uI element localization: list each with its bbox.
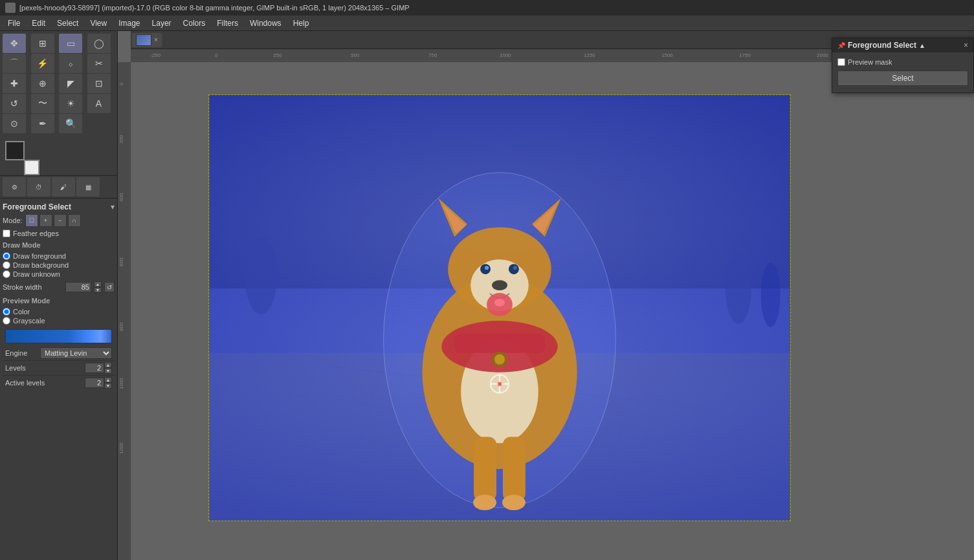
engine-select[interactable]: Matting Levin Matting Global: [40, 347, 112, 359]
svg-text:1750: 1750: [739, 52, 751, 58]
svg-text:600: 600: [118, 257, 124, 266]
svg-image: [209, 95, 790, 521]
panel-expand-icon[interactable]: ▾: [111, 202, 115, 211]
mode-replace[interactable]: ☐: [25, 214, 38, 227]
menu-file[interactable]: File: [3, 17, 25, 29]
tool-rect-select[interactable]: ▭: [59, 34, 82, 53]
menubar: File Edit Select View Image Layer Colors…: [0, 16, 974, 31]
svg-text:200: 200: [118, 135, 124, 144]
tool-patterns-icon[interactable]: ▦: [76, 177, 100, 197]
draw-unknown-radio[interactable]: [3, 270, 10, 278]
stroke-width-down[interactable]: ▼: [94, 287, 102, 293]
menu-edit[interactable]: Edit: [27, 17, 50, 29]
tool-heal[interactable]: ✚: [3, 74, 26, 93]
active-levels-up[interactable]: ▲: [104, 377, 112, 383]
menu-view[interactable]: View: [85, 17, 112, 29]
tool-text[interactable]: A: [87, 94, 111, 113]
tool-clone[interactable]: ⊕: [31, 74, 54, 93]
svg-text:800: 800: [118, 322, 124, 331]
tool-crop[interactable]: ⊡: [87, 74, 111, 93]
tool-perspective[interactable]: ◤: [59, 74, 82, 93]
fg-select-button[interactable]: Select: [837, 70, 968, 86]
preview-grayscale-label: Grayscale: [13, 317, 45, 325]
stroke-width-reset[interactable]: ↺: [104, 282, 115, 292]
preview-mask-checkbox[interactable]: [837, 58, 845, 66]
svg-text:750: 750: [428, 52, 437, 58]
foreground-color[interactable]: [5, 141, 25, 160]
draw-foreground-label: Draw foreground: [13, 252, 66, 260]
mode-intersect[interactable]: ∩: [68, 214, 81, 227]
preview-mode-group: Color Grayscale: [3, 306, 115, 327]
levels-spinners: ▲ ▼: [104, 362, 112, 374]
menu-filters[interactable]: Filters: [212, 17, 243, 29]
stroke-width-input[interactable]: [65, 282, 91, 292]
svg-text:2000: 2000: [817, 52, 828, 58]
svg-text:1250: 1250: [584, 52, 595, 58]
tool-dodge[interactable]: ☀: [59, 94, 82, 113]
menu-image[interactable]: Image: [113, 17, 145, 29]
tool-history-icon[interactable]: ⏱: [27, 177, 50, 197]
background-color[interactable]: [24, 160, 39, 175]
fg-dialog-pin-icon: 📌: [837, 42, 845, 49]
tool-smudge[interactable]: 〜: [31, 94, 54, 113]
menu-help[interactable]: Help: [288, 17, 315, 29]
preview-grayscale-radio[interactable]: [3, 317, 10, 325]
levels-up[interactable]: ▲: [104, 362, 112, 368]
tool-align[interactable]: ⊞: [31, 34, 54, 53]
svg-text:1500: 1500: [661, 52, 673, 58]
levels-row: Levels ▲ ▼: [3, 360, 115, 375]
active-levels-down[interactable]: ▼: [104, 383, 112, 389]
preview-color-radio[interactable]: [3, 308, 10, 316]
draw-foreground-radio[interactable]: [3, 252, 10, 260]
tool-eyedropper[interactable]: ✒: [31, 114, 54, 133]
menu-windows[interactable]: Windows: [245, 17, 287, 29]
menu-colors[interactable]: Colors: [178, 17, 211, 29]
stroke-width-up[interactable]: ▲: [94, 281, 102, 287]
svg-point-22: [245, 237, 277, 314]
levels-down[interactable]: ▼: [104, 368, 112, 374]
fg-dialog-title: 📌 Foreground Select ▲: [837, 41, 925, 50]
tool-brushes-icon[interactable]: 🖌: [52, 177, 75, 197]
active-levels-spinners: ▲ ▼: [104, 377, 112, 389]
tab-close-button[interactable]: ×: [154, 36, 158, 43]
image-canvas[interactable]: [131, 62, 974, 560]
tool-rotate[interactable]: ↺: [3, 94, 26, 113]
fg-select-title: Foreground Select: [3, 202, 71, 211]
mode-row: Mode: ☐ + − ∩: [3, 213, 115, 228]
tool-magnify[interactable]: 🔍: [59, 114, 82, 133]
image-tab[interactable]: ×: [132, 33, 162, 47]
draw-unknown-label: Draw unknown: [13, 270, 60, 278]
fg-dialog-close-button[interactable]: ×: [964, 41, 968, 50]
svg-point-37: [485, 266, 489, 270]
svg-rect-43: [454, 334, 545, 353]
levels-input[interactable]: [85, 363, 104, 373]
menu-layer[interactable]: Layer: [147, 17, 177, 29]
tool-measure[interactable]: ⊙: [3, 114, 26, 133]
mode-subtract[interactable]: −: [54, 214, 67, 227]
mode-label: Mode:: [3, 217, 23, 224]
menu-select[interactable]: Select: [52, 17, 83, 29]
titlebar: [pexels-hnoody93-58997] (imported)-17.0 …: [0, 0, 974, 16]
active-levels-input[interactable]: [85, 378, 104, 388]
svg-text:-250: -250: [150, 52, 161, 58]
mode-add[interactable]: +: [39, 214, 52, 227]
color-swatches[interactable]: [0, 136, 117, 175]
tool-options-icon[interactable]: ⚙: [3, 177, 26, 197]
tool-icons: ✥ ⊞ ▭ ◯ ⌒ ⚡ ⬦ ✂ ✚ ⊕ ◤ ⊡ ↺ 〜 ☀ A ⊙ ✒ 🔍: [0, 31, 117, 136]
stroke-width-spinners: ▲ ▼: [94, 281, 102, 293]
tool-scissors[interactable]: ✂: [87, 54, 111, 73]
titlebar-title: [pexels-hnoody93-58997] (imported)-17.0 …: [19, 4, 410, 12]
tool-fuzzy-select[interactable]: ⚡: [31, 54, 54, 73]
fg-select-panel: Foreground Select ▾ Mode: ☐ + − ∩ Feathe…: [0, 198, 117, 393]
svg-point-39: [492, 280, 507, 290]
fg-dialog-header: 📌 Foreground Select ▲ ×: [832, 38, 973, 52]
tool-bucket-fill[interactable]: ⬦: [59, 54, 82, 73]
canvas-area[interactable]: × -250 0 250 500 750 1000 1250 1500 1750…: [118, 31, 974, 560]
draw-background-radio[interactable]: [3, 261, 10, 269]
tool-move[interactable]: ✥: [3, 34, 26, 53]
tool-free-select[interactable]: ⌒: [3, 54, 26, 73]
svg-text:0: 0: [215, 52, 218, 58]
tool-ellipse-select[interactable]: ◯: [87, 34, 111, 53]
feather-edges-checkbox[interactable]: [3, 230, 10, 237]
dog-image-container: [208, 94, 791, 521]
